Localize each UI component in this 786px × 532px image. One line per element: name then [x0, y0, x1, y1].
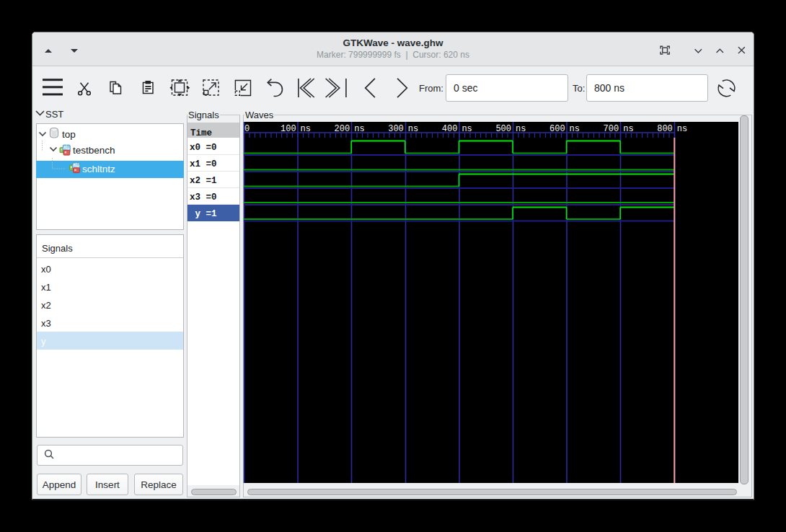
svg-text:ns: ns — [570, 124, 580, 134]
svg-text:ns: ns — [623, 124, 633, 134]
svg-text:0: 0 — [244, 124, 250, 134]
svg-text:600: 600 — [549, 124, 565, 134]
svg-text:200: 200 — [335, 124, 350, 134]
svg-text:testbench: testbench — [73, 145, 115, 156]
svg-text:ns: ns — [301, 124, 311, 134]
svg-text:ns: ns — [677, 124, 687, 134]
svg-text:ns: ns — [408, 124, 418, 134]
svg-text:400: 400 — [442, 124, 458, 134]
svg-text:700: 700 — [604, 124, 619, 134]
svg-text:ns: ns — [354, 124, 364, 134]
svg-text:ns: ns — [516, 124, 526, 134]
svg-text:500: 500 — [495, 124, 511, 134]
svg-text:top: top — [62, 129, 76, 140]
svg-text:schltntz: schltntz — [82, 164, 115, 174]
svg-text:800: 800 — [657, 124, 673, 134]
svg-text:300: 300 — [388, 124, 404, 134]
svg-text:100: 100 — [281, 124, 296, 134]
svg-text:ns: ns — [462, 124, 472, 134]
